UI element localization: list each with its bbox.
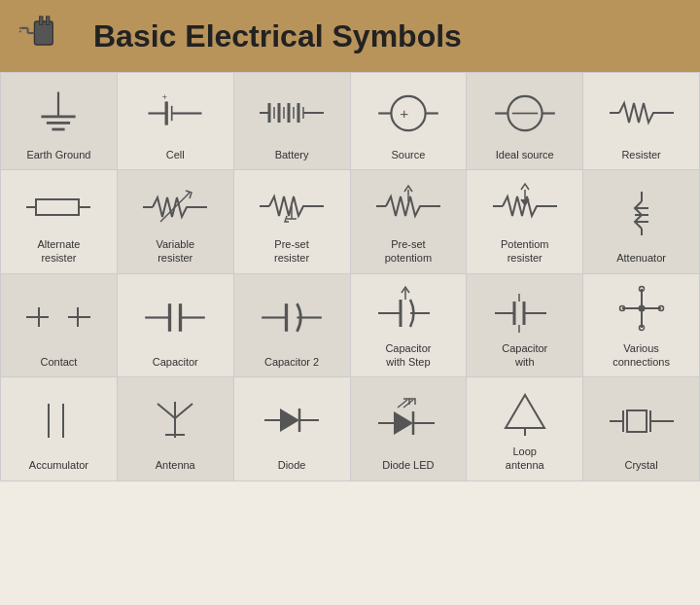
- label-loop-antenna: Loopantenna: [506, 445, 544, 473]
- page-title: Basic Electrical Symbols: [93, 18, 462, 54]
- cell-antenna: Antenna: [118, 377, 234, 481]
- cell-various-connections: Variousconnections: [583, 274, 700, 378]
- symbol-earth-ground: [7, 83, 111, 144]
- cell-diode-led: Diode LED: [351, 377, 468, 481]
- symbol-capacitor-with-step: [357, 284, 461, 338]
- svg-marker-100: [394, 411, 413, 435]
- symbol-accumulator: [7, 387, 111, 454]
- page-header: Basic Electrical Symbols: [0, 0, 700, 72]
- symbol-attenuator: [589, 180, 693, 247]
- label-crystal: Crystal: [624, 458, 657, 472]
- label-various-connections: Variousconnections: [612, 341, 670, 370]
- label-variable-resister: Variableresister: [156, 237, 194, 266]
- label-capacitor-2: Capacitor 2: [264, 355, 319, 369]
- cell-alternate-resister: Alternateresister: [1, 170, 118, 274]
- symbol-antenna: [123, 387, 228, 454]
- label-antenna: Antenna: [156, 458, 195, 472]
- symbols-grid: Earth Ground + Cell: [0, 72, 700, 481]
- cell-accumulator: Accumulator: [1, 377, 118, 481]
- svg-rect-2: [46, 17, 49, 25]
- cell-capacitor-with: Capacitorwith: [467, 274, 583, 378]
- symbol-crystal: [589, 387, 693, 454]
- symbol-cell: +: [123, 83, 228, 144]
- symbol-alternate-resister: [7, 180, 111, 233]
- label-source: Source: [391, 148, 425, 161]
- cell-variable-resister: Variableresister: [118, 170, 234, 274]
- cell-pre-set-potentiom: Pre-setpotentiom: [351, 170, 468, 274]
- label-attenuator: Attenuator: [616, 251, 666, 265]
- label-pre-set-potentiom: Pre-setpotentiom: [385, 237, 432, 266]
- svg-text:+: +: [162, 92, 167, 102]
- cell-ideal-source: Ideal source: [467, 73, 583, 170]
- label-cell: Cell: [166, 148, 185, 161]
- label-contact: Contact: [40, 355, 77, 369]
- label-accumulator: Accumulator: [29, 458, 88, 472]
- svg-point-83: [638, 304, 645, 311]
- cell-source: + Source: [351, 73, 468, 170]
- symbol-diode-led: [357, 387, 461, 454]
- label-diode: Diode: [278, 458, 306, 472]
- svg-marker-105: [506, 395, 544, 428]
- cell-potentiom-resister: Potentiomresister: [467, 170, 583, 274]
- symbol-variable-resister: [123, 180, 228, 233]
- cell-capacitor: Capacitor: [118, 274, 234, 378]
- svg-text:+: +: [400, 105, 408, 122]
- cell-loop-antenna: Loopantenna: [467, 377, 583, 481]
- svg-line-93: [175, 404, 192, 418]
- label-ideal-source: Ideal source: [496, 148, 554, 161]
- label-capacitor-with: Capacitorwith: [502, 341, 547, 370]
- symbol-source: +: [357, 83, 461, 144]
- label-capacitor-with-step: Capacitorwith Step: [385, 341, 431, 370]
- cell-resister: Resister: [583, 73, 700, 170]
- cell-capacitor-with-step: Capacitorwith Step: [351, 274, 468, 378]
- symbol-pre-set-resister: [240, 180, 344, 233]
- svg-marker-96: [280, 409, 299, 432]
- symbol-battery: [240, 83, 344, 144]
- cell-capacitor-2: Capacitor 2: [234, 274, 351, 378]
- symbol-potentiom-resister: [472, 180, 577, 233]
- cell-contact: Contact: [1, 274, 118, 378]
- symbol-capacitor-2: [240, 284, 344, 351]
- cell-battery: Battery: [234, 73, 351, 170]
- label-diode-led: Diode LED: [382, 458, 434, 472]
- symbol-ideal-source: [472, 83, 577, 144]
- cell-diode: Diode: [234, 377, 351, 481]
- svg-rect-0: [34, 21, 52, 45]
- label-alternate-resister: Alternateresister: [37, 237, 80, 266]
- cell-crystal: Crystal: [583, 377, 700, 481]
- svg-rect-1: [40, 17, 43, 25]
- svg-line-91: [158, 404, 175, 418]
- cell-attenuator: Attenuator: [583, 170, 700, 274]
- label-resister: Resister: [621, 148, 660, 161]
- symbol-various-connections: [589, 284, 693, 338]
- cell-earth-ground: Earth Ground: [1, 73, 118, 170]
- svg-rect-38: [36, 199, 79, 215]
- label-earth-ground: Earth Ground: [26, 148, 90, 161]
- symbol-pre-set-potentiom: [357, 180, 461, 233]
- label-potentiom-resister: Potentiomresister: [501, 237, 549, 266]
- svg-rect-109: [627, 410, 647, 432]
- symbol-capacitor: [123, 284, 228, 351]
- symbol-contact: [7, 284, 111, 351]
- label-capacitor: Capacitor: [153, 355, 198, 369]
- electrical-plug-icon: [19, 12, 78, 60]
- symbol-diode: [240, 387, 344, 454]
- symbol-capacitor-with: [472, 284, 577, 338]
- symbol-resister: [589, 83, 693, 144]
- cell-pre-set-resister: Pre-setresister: [234, 170, 351, 274]
- label-battery: Battery: [275, 148, 309, 161]
- label-pre-set-resister: Pre-setresister: [274, 237, 309, 266]
- cell-cell: + Cell: [118, 73, 234, 170]
- symbol-loop-antenna: [472, 387, 577, 441]
